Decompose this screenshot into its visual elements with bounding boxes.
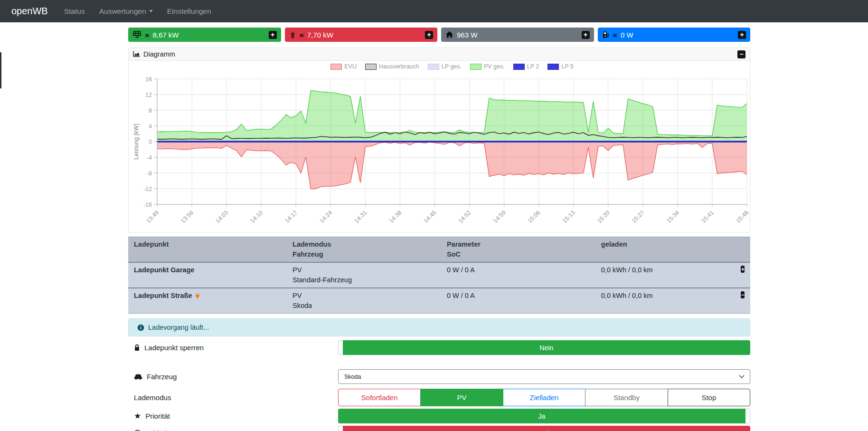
legend-swatch: [330, 64, 342, 70]
table-row-strasse[interactable]: Ladepunkt Straße PVSkoda 0 W / 0 A 0,0 k…: [128, 288, 750, 314]
vehicle-select[interactable]: Skoda: [338, 369, 750, 384]
house-icon: [445, 31, 453, 38]
legend-label: EVU: [344, 63, 357, 70]
lock-row: Ladepunkt sperren Nein: [128, 340, 750, 355]
vehicle-row: Fahrzeug Skoda: [128, 369, 750, 384]
expand-row-button[interactable]: +: [741, 266, 745, 273]
vehicle-select-value: Skoda: [344, 374, 361, 380]
legend-item: LP 2: [513, 63, 539, 70]
mode-label: Lademodus: [128, 393, 338, 402]
caret-down-icon: [149, 10, 153, 12]
charging-station-icon: [602, 31, 610, 38]
plus-square-icon[interactable]: +: [582, 31, 590, 39]
legend-label: LP ges.: [442, 63, 462, 70]
svg-text:14:31: 14:31: [353, 209, 368, 224]
priority-row: ★ Priorität Ja: [128, 409, 750, 423]
vehicle-label: Fahrzeug: [128, 373, 338, 381]
diagram-header: Diagramm −: [129, 48, 750, 61]
lock-icon: [134, 344, 140, 351]
priority-toggle[interactable]: Ja: [338, 409, 750, 423]
legend-swatch: [365, 64, 377, 70]
collapse-row-button[interactable]: −: [741, 291, 745, 298]
legend-swatch: [470, 64, 481, 70]
house-power-badge: 963 W +: [441, 28, 594, 42]
legend-item: LP ges.: [428, 63, 462, 70]
svg-text:14:17: 14:17: [283, 209, 299, 224]
brand-openwb: openWB: [11, 6, 48, 17]
svg-text:-12: -12: [143, 186, 152, 192]
lock-toggle[interactable]: Nein: [338, 340, 750, 355]
mode-stop-button[interactable]: Stop: [668, 389, 750, 406]
chart-legend: EVUHausverbrauchLP ges.PV ges.LP 2LP 5: [157, 63, 747, 70]
legend-item: LP 5: [547, 63, 574, 70]
chargepoint-table: Ladepunkt LademodusFahrzeug ParameterSoC…: [128, 237, 750, 314]
table-header-row: Ladepunkt LademodusFahrzeug ParameterSoC…: [128, 237, 750, 263]
charge-mode-group: Sofortladen PV Zielladen Standby Stop: [338, 389, 750, 406]
chart-canvas: 1612840-4-8-12-1613:4913:5614:0314:1014:…: [129, 61, 750, 232]
import-arrow: «: [300, 31, 304, 39]
navbar: openWB Status Auswertungen Einstellungen: [0, 0, 868, 22]
nav-auswertungen[interactable]: Auswertungen: [99, 7, 153, 16]
svg-text:15:41: 15:41: [700, 209, 715, 224]
plug-icon: [195, 293, 200, 299]
svg-text:13:49: 13:49: [145, 209, 160, 224]
svg-text:-8: -8: [147, 170, 152, 177]
svg-text:14:59: 14:59: [492, 209, 507, 224]
legend-swatch: [428, 64, 439, 70]
svg-text:15:20: 15:20: [596, 209, 611, 224]
plus-square-icon[interactable]: +: [425, 31, 433, 39]
svg-text:4: 4: [149, 123, 152, 130]
svg-text:14:10: 14:10: [249, 209, 264, 224]
plus-square-icon[interactable]: +: [269, 31, 277, 39]
legend-item: Hausverbrauch: [365, 63, 419, 70]
charge-power-value: 0 W: [621, 31, 633, 39]
svg-text:-4: -4: [147, 154, 152, 161]
svg-text:14:03: 14:03: [214, 209, 229, 224]
mode-row: Lademodus Sofortladen PV Zielladen Stand…: [128, 389, 750, 406]
timecharge-toggle[interactable]: Nein: [338, 426, 750, 431]
car-icon: [134, 373, 142, 380]
mode-sofortladen-button[interactable]: Sofortladen: [338, 389, 421, 406]
mode-zielladen-button[interactable]: Zielladen: [503, 389, 585, 406]
left-edge-strip: [0, 52, 1, 88]
diagram-title: Diagramm: [143, 50, 175, 58]
area-chart-icon: [133, 51, 140, 57]
pv-power-badge: » 8,67 kW +: [128, 28, 281, 42]
svg-text:16: 16: [145, 76, 152, 83]
charge-arrow: «: [613, 31, 617, 39]
toggle-off-segment[interactable]: [338, 426, 343, 431]
grid-power-value: 7,70 kW: [307, 31, 333, 39]
toggle-state-label[interactable]: Nein: [343, 426, 750, 431]
charge-power-badge: « 0 W +: [598, 28, 751, 42]
grid-power-badge: « 7,70 kW +: [285, 28, 438, 42]
timecharge-label: Zeitladen: [128, 429, 338, 431]
svg-text:13:56: 13:56: [179, 209, 195, 224]
plus-square-icon[interactable]: +: [738, 31, 746, 39]
nav-einstellungen[interactable]: Einstellungen: [167, 7, 211, 16]
svg-text:Leistung [kW]: Leistung [kW]: [133, 124, 140, 160]
svg-text:15:34: 15:34: [665, 209, 680, 224]
export-arrow: »: [145, 31, 149, 39]
info-circle-icon: [137, 324, 144, 331]
pv-power-value: 8,67 kW: [152, 31, 179, 39]
toggle-off-segment[interactable]: [745, 409, 750, 423]
power-chart: EVUHausverbrauchLP ges.PV ges.LP 2LP 5 1…: [129, 61, 750, 232]
legend-label: PV ges.: [484, 63, 505, 70]
toggle-state-label[interactable]: Ja: [338, 409, 745, 423]
nav-status[interactable]: Status: [64, 7, 85, 16]
toggle-state-label[interactable]: Nein: [343, 340, 750, 355]
house-power-value: 963 W: [457, 31, 477, 39]
mode-pv-button[interactable]: PV: [420, 389, 503, 406]
svg-text:14:52: 14:52: [457, 209, 472, 224]
svg-text:0: 0: [149, 139, 152, 145]
svg-text:15:13: 15:13: [561, 209, 576, 224]
toggle-off-segment[interactable]: [338, 340, 343, 355]
mode-standby-button[interactable]: Standby: [585, 389, 668, 406]
legend-label: LP 5: [561, 63, 574, 70]
table-row-garage[interactable]: Ladepunkt Garage PVStandard-Fahrzeug 0 W…: [128, 262, 750, 288]
lock-label: Ladepunkt sperren: [128, 344, 338, 352]
legend-swatch: [513, 64, 525, 70]
collapse-diagram-button[interactable]: −: [737, 50, 745, 58]
legend-item: EVU: [330, 63, 357, 70]
legend-label: LP 2: [527, 63, 539, 70]
